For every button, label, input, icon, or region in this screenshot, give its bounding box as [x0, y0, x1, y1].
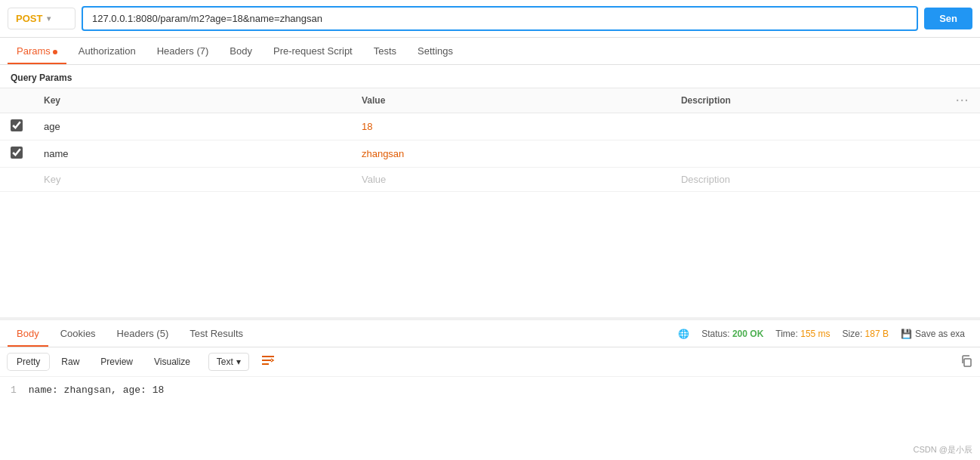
response-tab-body[interactable]: Body [8, 320, 48, 347]
watermark: CSDN @是小辰 [914, 444, 972, 455]
row1-description[interactable] [670, 113, 945, 140]
request-panel: POST ▾ Sen Params Authorization Headers … [0, 0, 980, 317]
save-as-button[interactable]: 💾 Save as exa [901, 329, 965, 339]
text-format-dropdown[interactable]: Text ▾ [208, 353, 249, 371]
query-params-label: Query Params [0, 65, 980, 88]
request-tabs: Params Authorization Headers (7) Body Pr… [0, 38, 980, 65]
tab-authorization[interactable]: Authorization [69, 38, 145, 64]
tab-settings[interactable]: Settings [408, 38, 462, 64]
row1-key[interactable]: age [33, 113, 351, 140]
row2-checkbox[interactable] [11, 147, 23, 159]
svg-rect-3 [964, 359, 971, 366]
col-header-description: Description [670, 88, 945, 113]
table-row: name zhangsan [0, 140, 980, 168]
col-header-key: Key [33, 88, 351, 113]
response-toolbar: Pretty Raw Preview Visualize Text ▾ [0, 347, 980, 377]
line-numbers: 1 [11, 384, 17, 396]
col-header-checkbox [0, 88, 33, 113]
response-tab-headers[interactable]: Headers (5) [108, 320, 178, 347]
response-status-bar: 🌐 Status: 200 OK Time: 155 ms Size: 187 … [678, 329, 972, 339]
time-label: Time: 155 ms [775, 329, 830, 339]
row2-key[interactable]: name [33, 140, 351, 168]
row2-value[interactable]: zhangsan [351, 140, 670, 168]
row2-actions [945, 140, 980, 168]
format-preview-button[interactable]: Preview [91, 353, 142, 370]
placeholder-value[interactable]: Value [351, 168, 670, 192]
row2-checkbox-cell[interactable] [0, 140, 33, 168]
table-row: age 18 [0, 113, 980, 140]
response-tabs-bar: Body Cookies Headers (5) Test Results 🌐 … [0, 320, 980, 347]
url-bar: POST ▾ Sen [0, 0, 980, 38]
size-label: Size: 187 B [843, 329, 889, 339]
params-table: Key Value Description ··· age 18 [0, 88, 980, 192]
placeholder-key[interactable]: Key [33, 168, 351, 192]
send-button[interactable]: Sen [924, 8, 972, 29]
row2-description[interactable] [670, 140, 945, 168]
save-icon: 💾 [901, 329, 912, 339]
col-header-value: Value [351, 88, 670, 113]
response-tab-cookies[interactable]: Cookies [51, 320, 105, 347]
row1-value[interactable]: 18 [351, 113, 670, 140]
response-tab-test-results[interactable]: Test Results [180, 320, 252, 347]
row1-checkbox-cell[interactable] [0, 113, 33, 140]
status-label: Status: 200 OK [701, 329, 763, 339]
params-dot [53, 50, 57, 54]
method-value: POST [16, 13, 42, 24]
method-selector[interactable]: POST ▾ [8, 8, 76, 29]
method-chevron-icon: ▾ [47, 14, 51, 23]
response-content: name: zhangsan, age: 18 [29, 384, 969, 396]
placeholder-checkbox-cell [0, 168, 33, 192]
row1-actions [945, 113, 980, 140]
text-format-chevron-icon: ▾ [236, 357, 241, 367]
placeholder-description[interactable]: Description [670, 168, 945, 192]
url-input[interactable] [82, 6, 918, 31]
globe-icon: 🌐 [678, 329, 689, 339]
table-row-placeholder: Key Value Description [0, 168, 980, 192]
tab-headers[interactable]: Headers (7) [148, 38, 218, 64]
format-raw-button[interactable]: Raw [52, 353, 88, 370]
tab-params[interactable]: Params [8, 38, 66, 64]
tab-body[interactable]: Body [220, 38, 261, 64]
format-pretty-button[interactable]: Pretty [8, 353, 49, 370]
copy-button[interactable] [960, 355, 972, 369]
tab-tests[interactable]: Tests [365, 38, 405, 64]
text-format-label: Text [217, 357, 233, 367]
format-visualize-button[interactable]: Visualize [145, 353, 199, 370]
more-options-icon: ··· [956, 94, 969, 107]
status-value: 200 OK [732, 329, 763, 339]
response-panel: Body Cookies Headers (5) Test Results 🌐 … [0, 317, 980, 460]
response-body: 1 name: zhangsan, age: 18 [0, 377, 980, 403]
tab-pre-request[interactable]: Pre-request Script [264, 38, 362, 64]
wrap-text-button[interactable] [255, 352, 281, 372]
row1-checkbox[interactable] [11, 119, 23, 131]
time-value: 155 ms [800, 329, 830, 339]
col-header-actions: ··· [945, 88, 980, 113]
size-value: 187 B [865, 329, 889, 339]
placeholder-actions [945, 168, 980, 192]
